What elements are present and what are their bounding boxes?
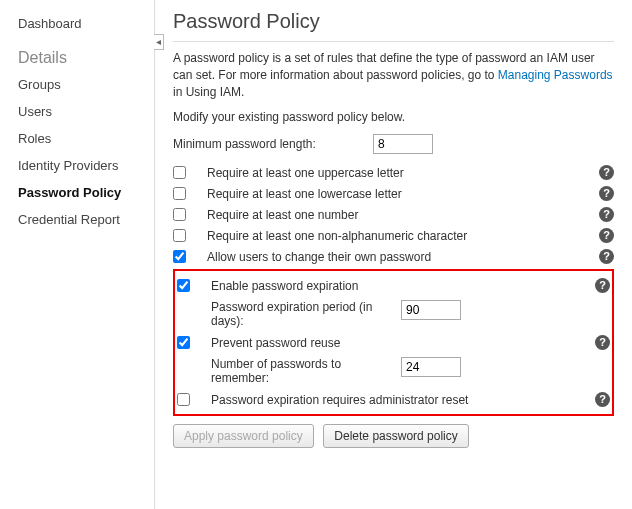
title-divider bbox=[173, 41, 614, 42]
reuse-remember-input[interactable] bbox=[401, 357, 461, 377]
delete-policy-button[interactable]: Delete password policy bbox=[323, 424, 468, 448]
help-icon[interactable]: ? bbox=[599, 207, 614, 222]
reuse-label: Prevent password reuse bbox=[211, 336, 588, 350]
expiration-period-input[interactable] bbox=[401, 300, 461, 320]
page-title: Password Policy bbox=[173, 10, 614, 33]
sidebar-item-dashboard[interactable]: Dashboard bbox=[18, 10, 154, 37]
admin-reset-label: Password expiration requires administrat… bbox=[211, 393, 588, 407]
help-icon[interactable]: ? bbox=[599, 228, 614, 243]
sidebar-section-header: Details bbox=[18, 37, 154, 71]
admin-reset-checkbox[interactable] bbox=[177, 393, 190, 406]
sidebar-item-users[interactable]: Users bbox=[18, 98, 154, 125]
nonalpha-label: Require at least one non-alphanumeric ch… bbox=[207, 229, 592, 243]
expiration-period-label: Password expiration period (in days): bbox=[211, 300, 401, 328]
main-content: ◂ Password Policy A password policy is a… bbox=[155, 0, 632, 509]
lowercase-label: Require at least one lowercase letter bbox=[207, 187, 592, 201]
number-label: Require at least one number bbox=[207, 208, 592, 222]
intro-post: in Using IAM. bbox=[173, 85, 244, 99]
allow-change-checkbox[interactable] bbox=[173, 250, 186, 263]
nonalpha-checkbox[interactable] bbox=[173, 229, 186, 242]
help-icon[interactable]: ? bbox=[595, 335, 610, 350]
sidebar-item-password-policy[interactable]: Password Policy bbox=[18, 179, 154, 206]
intro-text: A password policy is a set of rules that… bbox=[173, 50, 614, 100]
modify-text: Modify your existing password policy bel… bbox=[173, 110, 614, 124]
apply-policy-button[interactable]: Apply password policy bbox=[173, 424, 314, 448]
managing-passwords-link[interactable]: Managing Passwords bbox=[498, 68, 613, 82]
help-icon[interactable]: ? bbox=[595, 278, 610, 293]
sidebar-item-credential-report[interactable]: Credential Report bbox=[18, 206, 154, 233]
uppercase-label: Require at least one uppercase letter bbox=[207, 166, 592, 180]
help-icon[interactable]: ? bbox=[599, 249, 614, 264]
min-length-input[interactable] bbox=[373, 134, 433, 154]
expiration-label: Enable password expiration bbox=[211, 279, 588, 293]
sidebar-collapse-handle[interactable]: ◂ bbox=[154, 34, 164, 50]
number-checkbox[interactable] bbox=[173, 208, 186, 221]
reuse-checkbox[interactable] bbox=[177, 336, 190, 349]
help-icon[interactable]: ? bbox=[599, 186, 614, 201]
min-length-label: Minimum password length: bbox=[173, 137, 373, 151]
uppercase-checkbox[interactable] bbox=[173, 166, 186, 179]
reuse-remember-label: Number of passwords to remember: bbox=[211, 357, 401, 385]
help-icon[interactable]: ? bbox=[595, 392, 610, 407]
sidebar-item-groups[interactable]: Groups bbox=[18, 71, 154, 98]
sidebar-item-identity-providers[interactable]: Identity Providers bbox=[18, 152, 154, 179]
help-icon[interactable]: ? bbox=[599, 165, 614, 180]
sidebar-item-roles[interactable]: Roles bbox=[18, 125, 154, 152]
highlighted-section: Enable password expiration ? Password ex… bbox=[173, 269, 614, 416]
sidebar: Dashboard Details Groups Users Roles Ide… bbox=[0, 0, 155, 509]
allow-change-label: Allow users to change their own password bbox=[207, 250, 592, 264]
expiration-checkbox[interactable] bbox=[177, 279, 190, 292]
lowercase-checkbox[interactable] bbox=[173, 187, 186, 200]
